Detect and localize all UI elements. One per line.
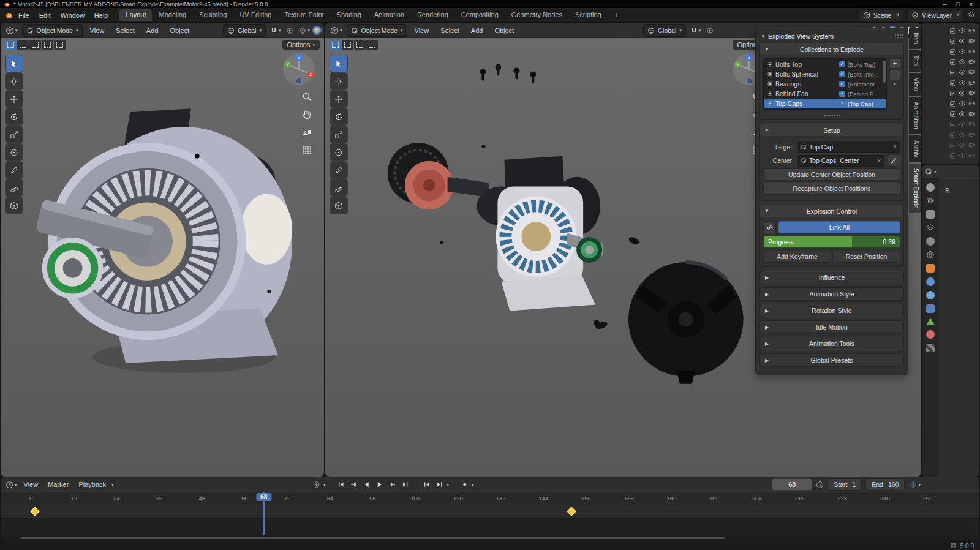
progress-slider[interactable]: Progress 0.39 [763, 236, 900, 248]
disable-render-camera-icon[interactable] [968, 131, 976, 138]
include-checkbox[interactable]: ✓ [839, 61, 845, 67]
selectable-checkbox-icon[interactable] [949, 90, 956, 97]
menu-object[interactable]: Object [165, 26, 194, 36]
frame-forward-button[interactable] [434, 479, 445, 490]
disable-render-camera-icon[interactable] [968, 121, 976, 128]
npanel-tab-smart-explode[interactable]: Smart Explode [909, 164, 921, 214]
hide-viewport-eye-icon[interactable] [959, 152, 966, 159]
orientation-selector[interactable]: Global▾ [643, 24, 686, 37]
add-workspace-button[interactable]: + [608, 9, 624, 21]
disable-render-camera-icon[interactable] [968, 141, 976, 149]
world-properties-tab[interactable] [926, 251, 935, 259]
disable-render-camera-icon[interactable] [968, 69, 976, 76]
select-box-tool[interactable] [330, 55, 347, 72]
include-checkbox[interactable]: ✓ [839, 100, 845, 107]
selectable-checkbox-icon[interactable] [949, 111, 956, 118]
menu-edit[interactable]: Edit [35, 10, 55, 20]
list-filter-icon[interactable]: ▾ [894, 81, 896, 86]
clear-center-icon[interactable]: × [877, 157, 881, 164]
transform-tool[interactable] [6, 144, 23, 160]
shading-solid-icon[interactable] [314, 27, 320, 34]
keying-set-icon[interactable] [459, 479, 470, 490]
timeline-tracks[interactable] [1, 505, 979, 535]
menu-select[interactable]: Select [111, 26, 139, 36]
viewlayer-properties-tab[interactable] [926, 224, 935, 232]
hide-viewport-eye-icon[interactable] [959, 69, 966, 76]
modifier-properties-tab[interactable] [926, 277, 935, 286]
menu-view[interactable]: View [410, 26, 434, 36]
disable-render-camera-icon[interactable] [968, 110, 976, 118]
link-all-button[interactable]: Link All [778, 221, 900, 233]
section-animation-style[interactable]: ▶Animation Style [760, 287, 904, 301]
section-influence[interactable]: ▶Influence [760, 271, 904, 284]
collection-row[interactable]: Bolts Top ✓ (Bolts Top) [764, 59, 886, 69]
panel-collapse-icon[interactable]: ▼ [761, 34, 766, 39]
npanel-tab-view[interactable]: View [909, 73, 921, 96]
center-field[interactable]: Top Caps_Center × [797, 155, 884, 167]
selectable-checkbox-icon[interactable] [949, 59, 956, 66]
hide-viewport-eye-icon[interactable] [959, 79, 966, 86]
orientation-selector[interactable]: Global▾ [223, 24, 266, 37]
scale-tool[interactable] [6, 126, 23, 143]
select-mode-circle[interactable] [29, 40, 41, 50]
end-frame-field[interactable]: End160 [865, 478, 905, 491]
physics-properties-tab[interactable] [926, 304, 935, 313]
timeline-sync-icon[interactable]: ▾ [908, 480, 922, 489]
current-frame-field[interactable]: 68 [772, 478, 812, 491]
snap-toggle[interactable]: ▾ [269, 26, 282, 35]
npanel-tab-archiv[interactable]: Archiv [909, 135, 921, 162]
collections-section-header[interactable]: ▼ Collections to Explode [760, 43, 903, 55]
rotate-tool[interactable] [330, 108, 347, 125]
menu-file[interactable]: File [14, 10, 34, 20]
menu-add[interactable]: Add [467, 26, 488, 36]
section-animation-tools[interactable]: ▶Animation Tools [760, 337, 904, 350]
select-mode-box[interactable] [17, 40, 29, 50]
selectable-checkbox-icon[interactable] [949, 38, 956, 45]
link-icon-button[interactable] [763, 221, 776, 233]
ortho-grid-icon[interactable] [302, 145, 312, 155]
collection-row-selected[interactable]: Top Caps ✓ (Top Cap) [764, 99, 886, 108]
recapture-positions-button[interactable]: Recapture Object Positions [763, 183, 900, 195]
section-global-presets[interactable]: ▶Global Presets [760, 353, 904, 367]
disable-render-camera-icon[interactable] [968, 27, 976, 34]
menu-add[interactable]: Add [142, 26, 163, 36]
reset-position-button[interactable]: Reset Position [832, 251, 900, 263]
selectable-checkbox-icon[interactable] [949, 121, 956, 128]
material-properties-tab[interactable] [926, 330, 935, 339]
measure-tool[interactable] [6, 179, 23, 196]
overlays-toggle[interactable]: ▾ [298, 26, 311, 35]
mode-selector[interactable]: Object Mode▾ [22, 24, 83, 37]
unlink-viewlayer-icon[interactable]: × [956, 12, 960, 18]
collection-row[interactable]: Bearings ✓ (Rolament... [764, 79, 886, 89]
list-resize-handle[interactable] [824, 114, 840, 117]
minimize-button[interactable]: ─ [943, 1, 946, 7]
target-field[interactable]: Top Cap × [797, 141, 900, 153]
timeline-menu-playback[interactable]: Playback [74, 480, 110, 489]
jump-to-start-button[interactable] [335, 479, 347, 490]
npanel-tab-item[interactable]: Item [909, 28, 921, 49]
annotate-tool[interactable] [6, 162, 23, 178]
disable-render-camera-icon[interactable] [968, 79, 976, 86]
workspace-tab-uv-editing[interactable]: UV Editing [233, 9, 277, 21]
hide-viewport-eye-icon[interactable] [959, 37, 966, 45]
proportional-edit-toggle[interactable] [705, 26, 715, 35]
include-checkbox[interactable]: ✓ [839, 81, 845, 87]
workspace-tab-compositing[interactable]: Compositing [455, 9, 505, 21]
hide-viewport-eye-icon[interactable] [959, 131, 966, 138]
add-keyframe-button[interactable]: Add Keyframe [763, 251, 831, 263]
hide-viewport-eye-icon[interactable] [959, 141, 966, 149]
selectable-checkbox-icon[interactable] [949, 80, 956, 86]
timeline-scrollbar[interactable] [1, 535, 979, 540]
timeline-menu-marker[interactable]: Marker [43, 480, 73, 489]
section-idle-motion[interactable]: ▶Idle Motion [760, 320, 904, 334]
workspace-tab-sculpting[interactable]: Sculpting [193, 9, 233, 21]
transform-tool[interactable] [330, 144, 347, 160]
scene-selector[interactable]: Scene × [859, 9, 904, 21]
timeline-ruler[interactable]: 0 12 24 36 48 60 72 84 96 108 120 132 14… [1, 492, 979, 505]
disable-render-camera-icon[interactable] [968, 89, 976, 97]
workspace-tab-texture-paint[interactable]: Texture Paint [278, 9, 330, 21]
clear-target-icon[interactable]: × [893, 143, 897, 150]
npanel-tab-animation[interactable]: Animation [909, 97, 921, 134]
setup-section-header[interactable]: ▼ Setup [760, 124, 903, 136]
measure-tool[interactable] [330, 179, 347, 196]
